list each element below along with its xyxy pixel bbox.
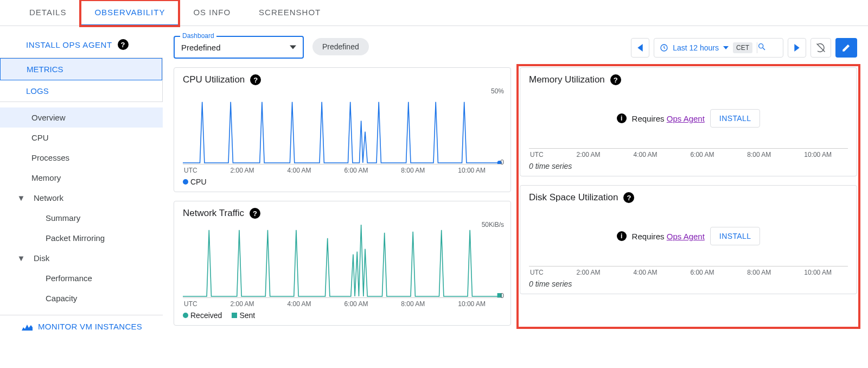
pencil-icon (841, 43, 851, 53)
x-label-utc: UTC (530, 269, 544, 276)
card-title: CPU Utilization (183, 74, 245, 85)
dashboard-label: Dashboard (180, 32, 216, 40)
caret-down-icon (723, 46, 729, 49)
nav-network-summary[interactable]: Summary (0, 208, 163, 228)
help-icon[interactable]: ? (610, 74, 621, 85)
nav-overview[interactable]: Overview (0, 107, 163, 128)
monitor-link-label: MONITOR VM INSTANCES (38, 322, 142, 331)
y-axis-top: 50KiB/s (482, 221, 504, 229)
help-icon[interactable]: ? (250, 208, 260, 219)
main-tabs: DETAILS OBSERVABILITY OS INFO SCREENSHOT (0, 0, 868, 26)
ops-agent-notice: i Requires Ops Agent INSTALL (529, 88, 848, 148)
dashboard-right-column: Memory Utilization ? i Requires Ops Agen… (520, 67, 857, 326)
dashboard-grid: CPU Utilization ? 50% 0 UTC 2:00 AM (174, 67, 857, 326)
nav-network-packet-mirroring[interactable]: Packet Mirroring (0, 228, 163, 248)
time-range-picker[interactable]: Last 12 hours CET (654, 38, 783, 58)
dashboard-left-column: CPU Utilization ? 50% 0 UTC 2:00 AM (174, 67, 511, 326)
cpu-chart[interactable]: 50% 0 (183, 88, 502, 164)
sidebar-tab-metrics[interactable]: METRICS (0, 58, 162, 80)
cpu-utilization-card: CPU Utilization ? 50% 0 UTC 2:00 AM (174, 67, 511, 192)
chevron-down-icon: ▼ (15, 253, 27, 263)
help-icon[interactable]: ? (118, 39, 129, 50)
time-next-button[interactable] (788, 38, 806, 58)
tab-os-info[interactable]: OS INFO (179, 0, 245, 26)
y-axis-bottom: 0 (500, 292, 504, 300)
nav-disk-label: Disk (34, 253, 49, 263)
x-label-utc: UTC (530, 151, 544, 158)
legend-received: Received (190, 311, 222, 320)
edit-dashboard-button[interactable] (835, 38, 857, 58)
info-icon: i (617, 113, 627, 123)
time-prev-button[interactable] (631, 38, 649, 58)
ops-agent-notice: i Requires Ops Agent INSTALL (529, 206, 848, 266)
tab-details[interactable]: DETAILS (15, 0, 80, 26)
chevron-right-icon (794, 44, 800, 52)
card-title: Memory Utilization (529, 74, 605, 85)
time-range-text: Last 12 hours (673, 43, 719, 52)
help-icon[interactable]: ? (250, 74, 261, 85)
nav-list: Overview CPU Processes Memory ▼ Network … (0, 102, 163, 308)
x-axis: UTC 2:00 AM 4:00 AM 6:00 AM 8:00 AM 10:0… (529, 267, 848, 276)
ops-agent-link[interactable]: Ops Agent (667, 114, 705, 123)
tab-screenshot[interactable]: SCREENSHOT (245, 0, 335, 26)
memory-utilization-card: Memory Utilization ? i Requires Ops Agen… (520, 67, 857, 176)
nav-memory[interactable]: Memory (0, 168, 163, 188)
install-ops-agent-button[interactable]: INSTALL (710, 109, 761, 128)
tab-observability[interactable]: OBSERVABILITY (80, 0, 179, 26)
nav-disk-performance[interactable]: Performance (0, 268, 163, 288)
y-axis-top: 50% (491, 87, 504, 95)
nav-cpu[interactable]: CPU (0, 128, 163, 148)
nav-network[interactable]: ▼ Network (0, 188, 163, 208)
x-label-utc: UTC (184, 300, 197, 308)
no-timeseries-label: 0 time series (529, 276, 848, 288)
nav-disk[interactable]: ▼ Disk (0, 248, 163, 268)
main-area: Dashboard Predefined Predefined Last 12 … (163, 26, 868, 335)
chart-icon (22, 323, 33, 331)
card-title: Network Traffic (183, 208, 244, 219)
dashboard-value: Predefined (181, 43, 290, 52)
network-traffic-card: Network Traffic ? 50KiB/s 0 UTC 2:00 AM (174, 201, 511, 326)
card-title: Disk Space Utilization (529, 192, 618, 203)
monitor-vm-instances-link[interactable]: MONITOR VM INSTANCES (0, 322, 163, 331)
sidebar: INSTALL OPS AGENT ? METRICS LOGS Overvie… (0, 26, 163, 335)
legend-cpu: CPU (190, 177, 207, 186)
sidebar-tabs: METRICS LOGS (0, 58, 163, 102)
toolbar: Dashboard Predefined Predefined Last 12 … (174, 36, 857, 59)
search-button[interactable] (757, 42, 777, 53)
requires-text: Requires Ops Agent (632, 232, 705, 241)
dashboard-kind-chip[interactable]: Predefined (312, 38, 369, 55)
network-chart[interactable]: 50KiB/s 0 (183, 222, 502, 298)
nav-processes[interactable]: Processes (0, 148, 163, 168)
install-ops-agent-row: INSTALL OPS AGENT ? (0, 36, 163, 58)
legend-sent: Sent (239, 311, 255, 320)
refresh-off-icon (816, 43, 826, 53)
x-axis: UTC 2:00 AM 4:00 AM 6:00 AM 8:00 AM 10:0… (529, 149, 848, 158)
sidebar-tab-logs[interactable]: LOGS (0, 80, 162, 101)
no-timeseries-label: 0 time series (529, 158, 848, 170)
requires-text: Requires Ops Agent (632, 114, 705, 123)
dashboard-select[interactable]: Dashboard Predefined (174, 36, 304, 59)
nav-network-label: Network (34, 193, 63, 202)
clock-icon (660, 43, 668, 52)
ops-agent-link[interactable]: Ops Agent (667, 232, 705, 241)
time-controls: Last 12 hours CET (631, 38, 857, 58)
y-axis-bottom: 0 (500, 158, 504, 166)
chart-legend: Received Sent (183, 308, 502, 320)
search-icon (757, 42, 766, 51)
network-sparkline (183, 222, 502, 297)
nav-disk-capacity[interactable]: Capacity (0, 288, 163, 308)
chevron-left-icon (637, 44, 643, 52)
x-axis: UTC 2:00 AM 4:00 AM 6:00 AM 8:00 AM 10:0… (183, 298, 502, 308)
svg-point-1 (759, 44, 763, 48)
caret-down-icon (290, 44, 296, 50)
cpu-sparkline (183, 88, 502, 164)
info-icon: i (617, 231, 627, 241)
install-ops-agent-button[interactable]: INSTALL (710, 227, 761, 245)
x-label-utc: UTC (184, 167, 197, 174)
install-ops-agent-link[interactable]: INSTALL OPS AGENT (26, 40, 112, 49)
x-axis: UTC 2:00 AM 4:00 AM 6:00 AM 8:00 AM 10:0… (183, 164, 502, 174)
help-icon[interactable]: ? (623, 192, 634, 203)
auto-refresh-off-button[interactable] (810, 38, 831, 58)
timezone-badge: CET (733, 42, 752, 53)
chart-legend: CPU (183, 174, 502, 186)
